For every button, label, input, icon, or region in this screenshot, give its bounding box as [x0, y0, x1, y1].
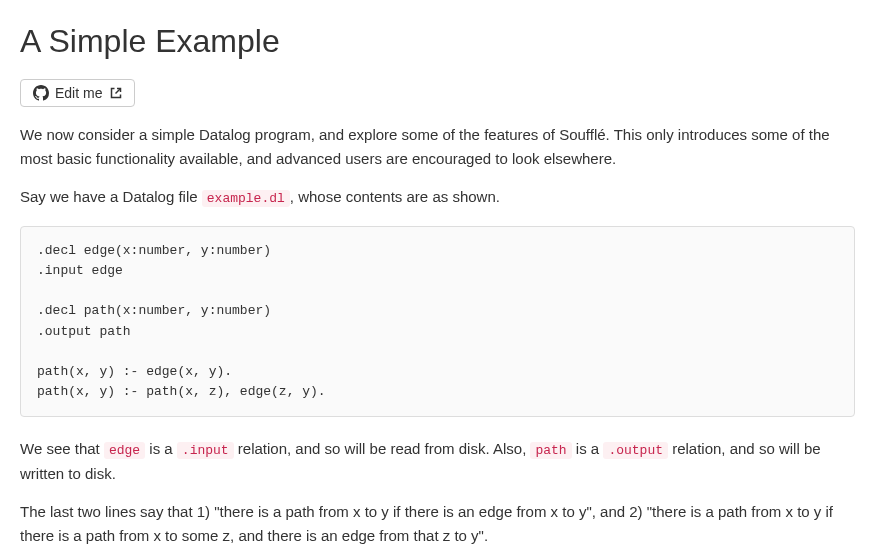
edit-me-label: Edit me	[55, 85, 102, 101]
edit-me-button[interactable]: Edit me	[20, 79, 135, 107]
we-see-paragraph: We see that edge is a .input relation, a…	[20, 437, 855, 486]
path-code: path	[530, 442, 571, 459]
intro-paragraph: We now consider a simple Datalog program…	[20, 123, 855, 171]
github-icon	[33, 85, 49, 101]
datalog-code-block: .decl edge(x:number, y:number) .input ed…	[20, 226, 855, 417]
last-two-paragraph: The last two lines say that 1) "there is…	[20, 500, 855, 546]
edge-code: edge	[104, 442, 145, 459]
external-link-icon	[110, 87, 122, 99]
say-paragraph: Say we have a Datalog file example.dl, w…	[20, 185, 855, 210]
page-title: A Simple Example	[20, 16, 855, 67]
output-code: .output	[603, 442, 668, 459]
example-file-code: example.dl	[202, 190, 290, 207]
input-code: .input	[177, 442, 234, 459]
